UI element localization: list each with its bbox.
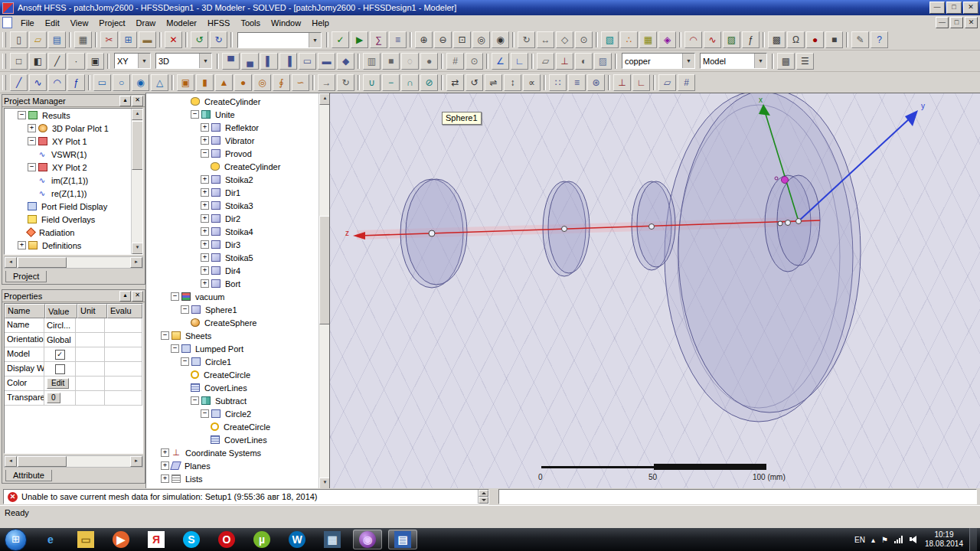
fit-selection-button[interactable]: ◉ [492, 31, 509, 48]
scroll-left-button[interactable]: ◄ [5, 456, 17, 467]
scrollbar-track[interactable] [67, 456, 130, 467]
menu-window[interactable]: Window [266, 17, 306, 29]
hidden-icons-button[interactable]: ▴ [871, 536, 875, 544]
property-value[interactable] [44, 347, 76, 362]
spinner-down-icon[interactable] [479, 497, 488, 504]
model-tree-scrollbar[interactable]: ▲ ▼ [318, 93, 330, 489]
hpc-options-button[interactable]: ≡ [389, 31, 407, 48]
panel-close-button[interactable]: ✕ [132, 96, 143, 106]
opera-taskbar-button[interactable]: O [212, 530, 241, 549]
tree-item[interactable]: +Dir4 [148, 264, 318, 277]
orient-view-button[interactable]: ◇ [556, 31, 573, 48]
expand-toggle[interactable]: − [171, 344, 179, 353]
draw-rect-button[interactable]: ▭ [93, 74, 111, 91]
scrollbar-thumb[interactable] [18, 257, 67, 268]
tree-item[interactable]: −XY Plot 2 [5, 161, 142, 174]
expand-toggle[interactable]: + [161, 448, 169, 457]
duplicate-mirror-button[interactable]: ≡ [568, 74, 586, 91]
shaded-mode-button[interactable]: ■ [382, 53, 400, 70]
output-variables-button[interactable]: ƒ [742, 31, 760, 48]
menu-edit[interactable]: Edit [40, 17, 65, 29]
start-button[interactable]: ⊞ [5, 529, 27, 551]
select-multi-button[interactable]: ▣ [87, 53, 104, 70]
cs-face-button[interactable]: ∟ [632, 74, 650, 91]
object-transparency-button[interactable]: ◐ [575, 53, 593, 70]
tree-item[interactable]: CoverLines [148, 381, 318, 394]
action-center-icon[interactable]: ⚑ [881, 536, 888, 544]
expand-toggle[interactable]: − [161, 331, 169, 340]
tree-item[interactable]: +Dir2 [148, 212, 318, 225]
properties-hscrollbar[interactable]: ◄ ► [4, 455, 143, 468]
copy-button[interactable]: ⊞ [119, 31, 137, 48]
close-mdi-button[interactable]: ✕ [965, 17, 978, 28]
draw-ellipse-button[interactable]: ○ [113, 74, 130, 91]
cs-visibility-button[interactable]: ⊥ [556, 53, 573, 70]
skype-taskbar-button[interactable]: S [177, 530, 206, 549]
tree-item[interactable]: −Sphere1 [148, 303, 318, 316]
macro-button[interactable]: Ω [787, 31, 805, 48]
select-vertex-button[interactable]: ∙ [67, 53, 85, 70]
orient-right-button[interactable]: ▐ [279, 53, 297, 70]
expand-toggle[interactable]: − [201, 149, 209, 158]
scrollbar-thumb[interactable] [18, 456, 67, 467]
tree-item[interactable]: CreateCylinder [148, 95, 318, 108]
tree-item[interactable]: −Lumped Port [148, 342, 318, 355]
webmoney-taskbar-button[interactable]: W [283, 530, 312, 549]
orient-top-button[interactable]: ▀ [222, 53, 240, 70]
snap-toggle-button[interactable]: ⊙ [466, 53, 483, 70]
orient-back-button[interactable]: ▬ [318, 53, 335, 70]
tree-item[interactable]: Port Field Display [5, 200, 142, 213]
transparent-button[interactable]: 0 [47, 393, 60, 403]
property-value[interactable] [44, 362, 76, 377]
scrollbar-track[interactable] [67, 257, 130, 268]
tree-item[interactable]: −Circle2 [148, 407, 318, 420]
save-dialog-taskbar-button[interactable]: ▤ [388, 530, 417, 549]
calculator-taskbar-button[interactable]: ▦ [318, 530, 347, 549]
mesh-overlay-button[interactable]: ▦ [639, 31, 657, 48]
tree-item[interactable]: re(Z(1,1)) [5, 187, 142, 200]
expand-toggle[interactable]: − [28, 163, 36, 171]
select-face-button[interactable]: ◧ [29, 53, 47, 70]
expand-toggle[interactable]: − [191, 396, 199, 405]
project-tree-scrollbar[interactable]: ▲ ▼ [131, 109, 142, 254]
orient-front-button[interactable]: ▭ [299, 53, 316, 70]
property-value[interactable]: Circl... [44, 318, 76, 333]
scroll-up-button[interactable]: ▲ [132, 109, 143, 120]
property-value[interactable]: Edit [44, 377, 76, 391]
plane-visibility-button[interactable]: ▱ [537, 53, 554, 70]
tree-item[interactable]: CreateCircle [148, 420, 318, 433]
internet-explorer-taskbar-button[interactable]: e [36, 530, 65, 549]
tree-item[interactable]: −Results [5, 109, 142, 122]
draw-circle-button[interactable]: ◉ [132, 74, 149, 91]
orient-left-button[interactable]: ▌ [260, 53, 278, 70]
expand-toggle[interactable]: + [201, 123, 209, 132]
quick-variable-combo[interactable]: ▼ [237, 32, 322, 48]
draw-arc-button[interactable]: ◠ [48, 74, 66, 91]
hide-object-button[interactable]: ◌ [401, 53, 419, 70]
cut-button[interactable]: ✂ [100, 31, 118, 48]
scroll-right-button[interactable]: ► [130, 456, 142, 467]
tree-item[interactable]: −Provod [148, 147, 318, 160]
tree-item[interactable]: +Definitions [5, 239, 142, 252]
minimize-mdi-button[interactable]: — [936, 17, 949, 28]
expand-toggle[interactable]: + [201, 136, 209, 145]
draw-torus-button[interactable]: ◎ [253, 74, 271, 91]
model-checkbox[interactable] [55, 350, 65, 360]
menu-tools[interactable]: Tools [235, 17, 266, 29]
tree-item[interactable]: CreateCylinder [148, 160, 318, 173]
notes-button[interactable]: ✎ [851, 31, 869, 48]
tree-item[interactable]: CreateCircle [148, 368, 318, 381]
radiation-setup-button[interactable]: ◠ [684, 31, 702, 48]
tree-item[interactable]: −Sheets [148, 329, 318, 342]
expand-toggle[interactable]: + [201, 188, 209, 197]
tree-item[interactable]: +Reflektor [148, 121, 318, 134]
draw-box-button[interactable]: ▣ [177, 74, 194, 91]
tree-item[interactable]: +Coordinate Systems [148, 446, 318, 459]
expand-toggle[interactable]: − [181, 305, 189, 314]
tree-item[interactable]: VSWR(1) [5, 148, 142, 161]
draw-spline-button[interactable]: ∿ [29, 74, 47, 91]
expand-toggle[interactable]: − [171, 292, 179, 301]
property-value[interactable]: 0 [44, 391, 76, 406]
language-indicator[interactable]: EN [854, 536, 865, 544]
tree-item[interactable]: −Unite [148, 108, 318, 121]
